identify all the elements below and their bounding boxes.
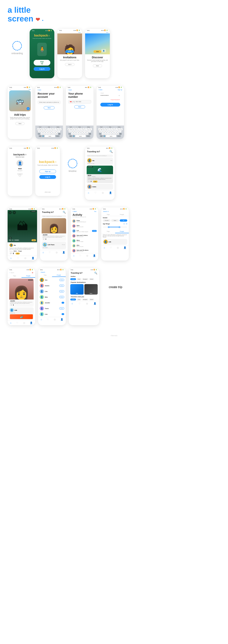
- search-icon[interactable]: 🔍: [110, 150, 113, 153]
- follow-ana[interactable]: Follow: [59, 279, 64, 281]
- heart-nav[interactable]: ♡: [94, 192, 96, 194]
- home-nav-jen[interactable]: ⌂: [42, 251, 44, 254]
- trips-tab2[interactable]: Trips: [101, 230, 115, 233]
- join-btn2[interactable]: Join: [16, 252, 20, 254]
- back-nav-phone[interactable]: < back: [66, 88, 94, 91]
- explore-nav2[interactable]: ◎: [24, 257, 26, 260]
- tag-bangkok[interactable]: Bangkok: [82, 278, 88, 280]
- menu-icon[interactable]: ⋮: [110, 180, 112, 182]
- like-icon2[interactable]: 🤍: [10, 252, 12, 254]
- recover-input[interactable]: [38, 100, 60, 104]
- male-btn[interactable]: Male: [111, 219, 119, 222]
- heart-nav-tp1[interactable]: ♡: [16, 322, 18, 324]
- filter-icon[interactable]: ⊕: [32, 272, 33, 274]
- heart-nav-jen[interactable]: ♡: [49, 251, 51, 254]
- trips-tab-tp1[interactable]: Trips: [8, 274, 22, 278]
- home-nav-pop[interactable]: ⌂: [72, 302, 73, 305]
- profile-nav-act[interactable]: 👤: [93, 254, 96, 257]
- follow-travis[interactable]: Follow: [59, 307, 64, 310]
- got-it-button[interactable]: Got it: [65, 63, 75, 66]
- like-jen[interactable]: 🤍: [43, 238, 45, 240]
- alt-signup-button[interactable]: Sign up: [39, 170, 56, 173]
- traveler-london[interactable]: London: [70, 298, 76, 300]
- home-nav[interactable]: ⌂: [88, 192, 89, 194]
- slider-thumb-right[interactable]: [119, 226, 120, 228]
- heart-nav2[interactable]: ♡: [17, 257, 19, 260]
- follow-mike[interactable]: Follow: [59, 296, 64, 298]
- home-nav-tp1[interactable]: ⌂: [10, 322, 12, 324]
- you-link[interactable]: You: [94, 211, 96, 212]
- home-nav2[interactable]: ⌂: [10, 257, 12, 260]
- profile-nav2[interactable]: 👤: [32, 257, 34, 260]
- options-btn[interactable]: ⋯: [12, 211, 16, 214]
- not-you-link[interactable]: Not you?: [13, 170, 26, 171]
- heart-nav-pop[interactable]: ♡: [78, 302, 80, 305]
- profile-nav-pop[interactable]: 👤: [94, 302, 96, 305]
- phone-input[interactable]: [76, 101, 87, 102]
- trips-tab[interactable]: Trips: [101, 213, 115, 216]
- berlin-join-btn[interactable]: Join: [93, 180, 98, 182]
- people-tab-pl[interactable]: People: [52, 274, 66, 277]
- explore-nav-filt[interactable]: ◎: [117, 246, 119, 249]
- back-activity[interactable]: < Back: [72, 211, 77, 212]
- travel-search[interactable]: Enter a name of a city you're travelling…: [87, 154, 113, 157]
- jen-search[interactable]: Enter a name of a city you're travelling…: [42, 215, 66, 218]
- tag-oslo[interactable]: Oslo: [77, 278, 81, 280]
- explore-nav-pl[interactable]: ◎: [54, 318, 56, 321]
- share-jen[interactable]: ⬆: [45, 238, 46, 240]
- trips-tab-pl[interactable]: Trips: [38, 274, 52, 277]
- traveler-oslo[interactable]: Oslo: [77, 298, 81, 300]
- female-btn[interactable]: Female: [103, 219, 110, 222]
- heart-nav-pl[interactable]: ♡: [47, 318, 49, 321]
- phone-next-button[interactable]: Next: [74, 105, 85, 108]
- back-nav[interactable]: < back: [35, 88, 63, 91]
- traveler-minsk[interactable]: Minsk: [89, 298, 94, 300]
- home-nav-act[interactable]: ⌂: [73, 254, 74, 257]
- slider-thumb-left[interactable]: [108, 226, 110, 228]
- back-photo-btn[interactable]: ‹: [8, 211, 12, 214]
- follow-lisa1[interactable]: Follow: [59, 290, 64, 292]
- signup-link[interactable]: Sign up: [118, 89, 122, 90]
- explore-nav-tp1[interactable]: ◎: [23, 322, 25, 324]
- invite-button[interactable]: Invite: [65, 50, 74, 53]
- follow-lisa2-check[interactable]: ✓: [62, 313, 64, 315]
- add-trips-next-button[interactable]: Next: [16, 122, 24, 125]
- explore-nav-pop[interactable]: ◎: [86, 302, 88, 305]
- all-btn[interactable]: All: [120, 219, 127, 222]
- slider-track[interactable]: [103, 227, 127, 227]
- next-button[interactable]: Next: [93, 64, 102, 67]
- people-tab-tp1[interactable]: People: [22, 274, 35, 278]
- profile-nav-pl[interactable]: 👤: [60, 318, 63, 321]
- alt-login-button[interactable]: Log in: [39, 175, 56, 179]
- profile-nav-jen[interactable]: 👤: [62, 251, 65, 254]
- forgot-password-link[interactable]: Forgot Password?: [110, 99, 120, 100]
- search-icon-jen[interactable]: 🔍: [63, 211, 66, 214]
- login-button[interactable]: Log in: [34, 67, 50, 71]
- explore-nav[interactable]: ◎: [102, 192, 104, 194]
- signup-button[interactable]: Sign up: [34, 60, 50, 66]
- search-icon-pop[interactable]: 🔍: [94, 272, 97, 274]
- back-login[interactable]: < back: [98, 89, 102, 90]
- recover-next-button[interactable]: Next: [44, 106, 54, 110]
- share-icon2[interactable]: ⬆: [12, 252, 14, 254]
- home-nav-filt[interactable]: ⌂: [104, 246, 105, 249]
- traveler-bangkok[interactable]: Bangkok: [82, 298, 88, 300]
- add-btn[interactable]: +: [26, 107, 30, 110]
- like-icon[interactable]: 🤍: [88, 180, 90, 182]
- people-tab[interactable]: People: [115, 213, 129, 216]
- heart-nav-act[interactable]: ♡: [79, 254, 81, 257]
- home-nav-pl[interactable]: ⌂: [41, 318, 42, 321]
- profile-nav-tp1[interactable]: 👤: [30, 322, 33, 324]
- share-icon[interactable]: ⬆: [90, 180, 92, 182]
- login-submit-button[interactable]: Log in: [100, 103, 120, 106]
- eye-icon[interactable]: 👁: [118, 95, 120, 96]
- share-jp[interactable]: ⬆: [13, 304, 14, 306]
- heart-nav-filt[interactable]: ♡: [110, 246, 112, 249]
- explore-nav-jen[interactable]: ◎: [56, 251, 58, 254]
- tag-minsk[interactable]: Minsk: [89, 278, 94, 280]
- follow-sandra[interactable]: Follow: [59, 284, 64, 287]
- join-overlay-btn[interactable]: Join: [32, 239, 36, 241]
- people-tab2[interactable]: People: [115, 230, 129, 233]
- profile-nav-filt[interactable]: 👤: [124, 246, 126, 249]
- tag-london[interactable]: London: [70, 278, 76, 280]
